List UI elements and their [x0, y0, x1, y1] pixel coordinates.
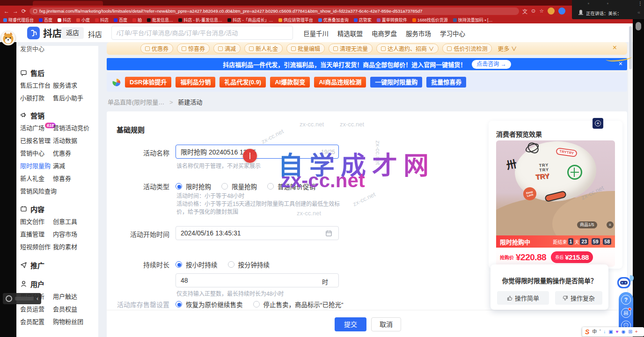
sidebar-item[interactable]: 会员运营	[20, 303, 53, 315]
feedback-simple-button[interactable]: 操作简单	[497, 291, 549, 305]
window-scrollbar-thumb[interactable]	[636, 22, 641, 30]
window-control-icons[interactable]: ▫ ▫	[588, 1, 617, 6]
promo-chip[interactable]: 满减	[213, 44, 241, 53]
bookmark-item[interactable]: 扶持流量加码 ▪ […	[453, 17, 493, 23]
tool-button[interactable]: AI爆款裂变	[270, 77, 310, 88]
radio-label[interactable]: 停止售卖，商品标示“已抢光”	[263, 300, 344, 309]
ime-key[interactable]: ⊞	[628, 330, 632, 334]
sidebar-item[interactable]: 创意工具	[53, 215, 96, 228]
sidebar-section-header[interactable]: 售后	[20, 68, 44, 78]
bookmark-item[interactable]: 店管家	[354, 17, 372, 23]
sidebar-item[interactable]: 内容市场	[53, 228, 96, 241]
ime-key[interactable]: +	[635, 330, 638, 334]
shiba-avatar[interactable]	[1, 31, 15, 45]
header-nav-link[interactable]: 服务市场	[406, 29, 431, 38]
sidebar-item[interactable]: 优惠券	[53, 147, 96, 160]
promo-chip[interactable]: 新人礼金	[244, 44, 283, 53]
sidebar-item[interactable]: 我的素材	[53, 241, 96, 253]
cancel-button[interactable]: 取消	[371, 317, 401, 331]
ime-key[interactable]: ◉	[622, 330, 626, 334]
kebab-menu-icon[interactable]: ⋮	[638, 1, 643, 6]
find-icon[interactable]: ⊙	[531, 8, 535, 14]
sidebar-item[interactable]: 营销中心	[20, 147, 53, 160]
radio[interactable]	[228, 261, 234, 268]
promo-chip[interactable]: 低价引流检测	[442, 44, 492, 53]
sidebar-item[interactable]: 新人礼金	[20, 172, 53, 185]
promo-close-icon[interactable]: ×	[613, 44, 617, 51]
sidebar-item[interactable]: 限时限量购	[20, 160, 53, 172]
zoom-in-button[interactable]: +	[593, 118, 603, 129]
header-nav-link[interactable]: 精选联盟	[337, 29, 363, 38]
ime-toolbar[interactable]: S 中'↓▣♥◉⊞+	[582, 327, 644, 337]
bookmark-item[interactable]: 抖店 -「商品成长」…	[227, 17, 273, 23]
header-nav-link[interactable]: 巨量千川	[303, 29, 329, 38]
bookmark-item[interactable]: 小度	[76, 17, 90, 23]
sidebar-item[interactable]: 短视频创作	[20, 241, 53, 253]
page-scrollbar-thumb[interactable]	[629, 26, 632, 69]
bookmark-item[interactable]: 优惠叠加查询	[318, 17, 349, 23]
sidebar-section-header[interactable]: 推广	[20, 260, 44, 270]
duration-value-input[interactable]	[176, 273, 339, 287]
radio-label[interactable]: 按分钟持续	[238, 260, 270, 269]
sidebar-item[interactable]: 小额打款	[20, 92, 53, 104]
promo-more-link[interactable]: 更多 ∨	[498, 44, 517, 53]
promo-chip[interactable]: 批量编辑	[286, 44, 325, 53]
url-text[interactable]: fxg.jinritemai.com/ffa/marketing/tools/l…	[39, 8, 422, 14]
back-to-store-button[interactable]: 返店	[61, 27, 84, 39]
radio-label[interactable]: 按小时持续	[186, 260, 218, 269]
radio-selected[interactable]	[176, 261, 182, 268]
sidebar-item[interactable]: 惊喜券	[53, 172, 96, 185]
radio[interactable]	[253, 301, 260, 308]
tool-button[interactable]: 一键限时限量购	[370, 77, 422, 88]
sogou-logo[interactable]: S	[585, 328, 589, 336]
sidebar-section-header[interactable]: 用户	[20, 279, 44, 289]
sidebar-item[interactable]: 售后小助手	[53, 92, 96, 104]
inbox-button[interactable]	[621, 308, 631, 318]
calendar-icon[interactable]	[325, 230, 332, 237]
bookmark-item[interactable]: 置单转换软件	[377, 17, 407, 23]
site-info-icon[interactable]	[33, 9, 37, 13]
browser-tab[interactable]	[33, 1, 103, 6]
radio-label[interactable]: 限量抢购	[232, 182, 257, 191]
breadcrumb-parent[interactable]: 单品直降(限时限量…	[108, 99, 164, 106]
promo-chip[interactable]: 清理无流量	[329, 44, 373, 53]
sidebar-item[interactable]: 售后工作台	[20, 79, 53, 92]
submit-button[interactable]: 提交	[335, 317, 366, 331]
bookmark-item[interactable]: 抖店	[58, 17, 71, 23]
ime-key[interactable]: ▣	[608, 330, 613, 334]
radio-selected[interactable]	[176, 183, 182, 190]
sidebar-item[interactable]: 用户触达	[53, 290, 96, 303]
app-logo[interactable]: 抖店	[27, 26, 62, 40]
tool-button[interactable]: 批量惊喜券	[426, 77, 466, 88]
tool-button[interactable]: 礼品代发(0.9)	[220, 77, 266, 88]
sidebar-item[interactable]: 直播管理	[20, 228, 53, 241]
sidebar-item[interactable]: 满减	[53, 160, 96, 172]
bookmark-item[interactable]: 百度	[114, 17, 127, 23]
bookmark-star-icon[interactable]: ☆	[539, 8, 544, 14]
reload-icon[interactable]: ⟳	[22, 8, 26, 14]
header-nav-link[interactable]: 学习中心	[440, 29, 465, 38]
bookmark-item[interactable]: 抖店 - 扒-董发信息…	[178, 17, 222, 23]
sidebar-item-shipping-center[interactable]: 发货中心	[20, 46, 44, 53]
recording-control-chip[interactable]: ‹	[3, 293, 41, 304]
sidebar-item[interactable]: 营销活动竞价	[53, 122, 96, 134]
assistant-robot-avatar[interactable]	[616, 274, 635, 290]
sidebar-item[interactable]: 会员权益	[53, 303, 96, 315]
global-search-input[interactable]	[111, 26, 293, 40]
feedback-complex-button[interactable]: 操作复杂	[555, 291, 602, 305]
tool-button[interactable]: 福利品分销	[176, 77, 215, 88]
sidebar-item[interactable]: 已报名管理	[20, 134, 53, 147]
promo-chip[interactable]: 惊喜券	[177, 44, 210, 53]
radio[interactable]	[221, 183, 228, 190]
bookmark-item[interactable]: 批发信息…	[147, 17, 173, 23]
profile-avatar[interactable]	[548, 7, 555, 15]
url-bar[interactable]: fxg.jinritemai.com/ffa/marketing/tools/l…	[29, 7, 519, 15]
bookmark-item[interactable]: 供应链管理平台	[278, 17, 313, 23]
tool-button[interactable]: DSR体验提升	[125, 77, 171, 88]
promo-chip[interactable]: 优惠券	[140, 44, 173, 53]
sidebar-item[interactable]: 图文创作	[20, 215, 53, 228]
sidebar-section-header[interactable]: 内容	[20, 204, 44, 214]
ad-banner[interactable]: 抖店福利品一件代发，引流福利品，当天单打发货！商品全部包邮价！进入官网一键铺货！…	[107, 58, 627, 70]
sidebar-item[interactable]: 会员配置	[20, 315, 53, 328]
radio-selected[interactable]	[176, 301, 182, 308]
